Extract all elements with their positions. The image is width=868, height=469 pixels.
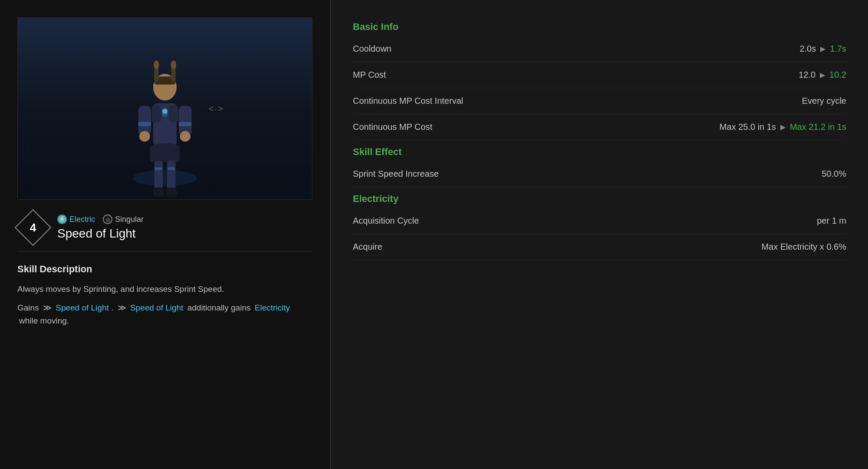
- tag-electric-label: Electric: [69, 215, 95, 224]
- svg-rect-7: [154, 161, 163, 190]
- gains-suffix: additionally gains: [187, 303, 251, 312]
- skill-header-info: ⚡ Electric ◎ Singular Speed of Light: [57, 215, 144, 241]
- svg-rect-2: [151, 106, 161, 122]
- cooldown-value: 2.0s ▶ 1.7s: [799, 44, 846, 54]
- electricity-link[interactable]: Electricity: [255, 303, 290, 312]
- svg-rect-11: [153, 188, 164, 197]
- gains-arrow2: ≫: [118, 303, 126, 312]
- continuous-mp-cost-value: Max 25.0 in 1s ▶ Max 21.2 in 1s: [720, 122, 846, 132]
- svg-rect-19: [138, 106, 151, 135]
- acquisition-cycle-label: Acquisition Cycle: [353, 216, 419, 226]
- svg-rect-20: [179, 106, 192, 135]
- main-container: <·> 4 ⚡ Electric ◎: [0, 0, 868, 469]
- skill-desc-title: Skill Description: [17, 264, 312, 275]
- cooldown-row: Cooldown 2.0s ▶ 1.7s: [353, 36, 846, 62]
- mp-cost-old: 12.0: [799, 70, 815, 80]
- sprint-speed-label: Sprint Speed Increase: [353, 169, 439, 179]
- svg-rect-24: [179, 122, 192, 126]
- continuous-mp-cost-row: Continuous MP Cost Max 25.0 in 1s ▶ Max …: [353, 114, 846, 140]
- gains-prefix: Gains: [17, 303, 39, 312]
- cooldown-new: 1.7s: [830, 44, 846, 54]
- cooldown-label: Cooldown: [353, 44, 391, 54]
- skill-tags: ⚡ Electric ◎ Singular: [57, 215, 144, 224]
- svg-rect-8: [167, 161, 176, 190]
- svg-rect-9: [155, 167, 162, 170]
- skill-name-title: Speed of Light: [57, 227, 144, 241]
- skill-image-container: <·>: [17, 17, 312, 200]
- svg-point-22: [180, 131, 191, 142]
- sprint-speed-row: Sprint Speed Increase 50.0%: [353, 161, 846, 187]
- speed-of-light-link2[interactable]: Speed of Light: [130, 303, 184, 312]
- svg-point-25: [162, 109, 168, 114]
- skill-level-number: 4: [30, 221, 36, 234]
- mp-cost-value: 12.0 ▶ 10.2: [799, 70, 846, 80]
- electric-icon: ⚡: [57, 215, 67, 224]
- tag-electric: ⚡ Electric: [57, 215, 95, 224]
- continuous-mp-cost-arrow: ▶: [780, 123, 786, 131]
- skill-header: 4 ⚡ Electric ◎ Singular: [17, 200, 312, 251]
- skill-desc-gains: Gains ≫ Speed of Light . ≫ Speed of Ligh…: [17, 301, 312, 327]
- character-art: [18, 18, 312, 199]
- mp-cost-arrow: ▶: [820, 71, 825, 79]
- acquisition-cycle-value: per 1 m: [817, 216, 846, 226]
- tag-singular: ◎ Singular: [103, 215, 144, 224]
- svg-rect-12: [166, 188, 177, 197]
- continuous-mp-interval-row: Continuous MP Cost Interval Every cycle: [353, 88, 846, 114]
- divider: [17, 251, 312, 251]
- svg-point-21: [139, 131, 150, 142]
- electricity-label: Electricity: [353, 187, 846, 208]
- continuous-mp-interval-label: Continuous MP Cost Interval: [353, 96, 463, 106]
- right-panel: Basic Info Cooldown 2.0s ▶ 1.7s MP Cost …: [331, 0, 868, 469]
- continuous-mp-interval-value: Every cycle: [802, 96, 846, 106]
- svg-point-16: [154, 60, 159, 69]
- expand-icon[interactable]: <·>: [209, 104, 224, 114]
- cooldown-old: 2.0s: [799, 44, 816, 54]
- skill-level-badge: 4: [17, 212, 49, 243]
- svg-rect-10: [168, 167, 175, 170]
- continuous-mp-cost-new: Max 21.2 in 1s: [790, 122, 846, 132]
- acquisition-cycle-row: Acquisition Cycle per 1 m: [353, 208, 846, 234]
- left-panel: <·> 4 ⚡ Electric ◎: [0, 0, 330, 469]
- skill-description-section: Skill Description Always moves by Sprint…: [17, 264, 312, 327]
- gains-arrow1: ≫: [43, 303, 52, 312]
- cooldown-arrow: ▶: [820, 45, 825, 53]
- tag-singular-label: Singular: [115, 215, 144, 224]
- skill-desc-line1: Always moves by Sprinting, and increases…: [17, 283, 312, 295]
- gains-period: .: [111, 303, 113, 312]
- svg-point-0: [133, 170, 197, 186]
- speed-of-light-link1[interactable]: Speed of Light: [56, 303, 109, 312]
- svg-rect-3: [169, 106, 178, 122]
- mp-cost-new: 10.2: [829, 70, 846, 80]
- acquire-row: Acquire Max Electricity x 0.6%: [353, 234, 846, 260]
- mp-cost-label: MP Cost: [353, 70, 386, 80]
- mp-cost-row: MP Cost 12.0 ▶ 10.2: [353, 62, 846, 88]
- skill-effect-label: Skill Effect: [353, 140, 846, 161]
- sprint-speed-value: 50.0%: [822, 169, 846, 179]
- svg-rect-23: [138, 122, 151, 126]
- svg-point-18: [171, 60, 176, 69]
- acquire-value: Max Electricity x 0.6%: [761, 242, 846, 252]
- basic-info-label: Basic Info: [353, 15, 846, 36]
- gains-end: while moving.: [19, 316, 69, 325]
- svg-rect-6: [150, 146, 180, 162]
- acquire-label: Acquire: [353, 242, 382, 252]
- continuous-mp-cost-old: Max 25.0 in 1s: [720, 122, 776, 132]
- continuous-mp-cost-label: Continuous MP Cost: [353, 122, 432, 132]
- singular-icon: ◎: [103, 215, 112, 224]
